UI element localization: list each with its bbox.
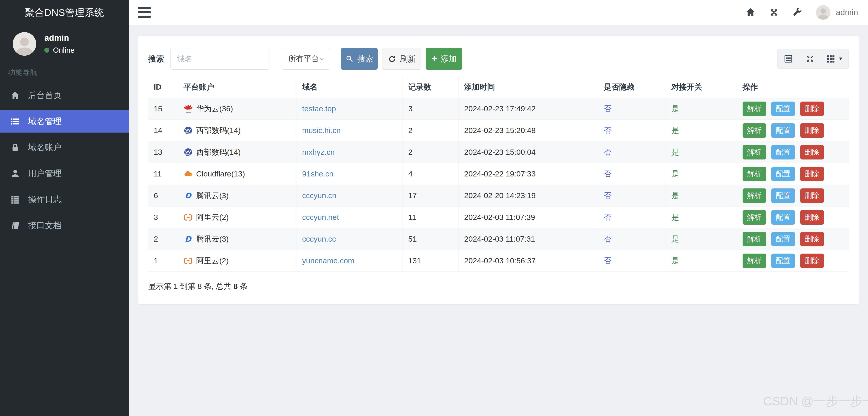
add-button[interactable]: + 添加 xyxy=(426,48,462,70)
cell-domain: 91she.cn xyxy=(297,163,403,185)
hidden-toggle-link[interactable]: 否 xyxy=(604,169,612,178)
switch-toggle-link[interactable]: 是 xyxy=(671,256,679,265)
cell-added-time: 2024-02-23 15:00:04 xyxy=(459,141,598,163)
delete-button[interactable]: 删除 xyxy=(800,210,824,224)
switch-toggle-link[interactable]: 是 xyxy=(671,104,679,113)
domain-link[interactable]: cccyun.net xyxy=(302,213,339,221)
search-button[interactable]: 搜索 xyxy=(341,48,378,70)
user-name: admin xyxy=(44,33,74,43)
sidebar-item-accounts[interactable]: 域名账户 xyxy=(0,136,129,159)
hidden-toggle-link[interactable]: 否 xyxy=(604,126,612,135)
domain-link[interactable]: mxhyz.cn xyxy=(302,148,335,156)
sidebar-item-domains[interactable]: 域名管理 xyxy=(0,110,129,133)
cell-platform: Cloudflare(13) xyxy=(178,163,297,185)
hidden-toggle-link[interactable]: 否 xyxy=(604,256,612,265)
sidebar-item-dashboard[interactable]: 后台首页 xyxy=(0,84,129,107)
cell-hidden: 否 xyxy=(598,228,665,250)
platform-label: 腾讯云(3) xyxy=(196,234,229,244)
config-button[interactable]: 配置 xyxy=(771,102,795,116)
app-title: 聚合DNS管理系统 xyxy=(0,0,129,25)
domain-link[interactable]: testae.top xyxy=(302,104,336,113)
fullscreen-table-button[interactable] xyxy=(799,49,821,69)
col-switch: 对接开关 xyxy=(666,76,737,98)
chevron-down-icon xyxy=(319,56,325,62)
sidebar-item-users[interactable]: 用户管理 xyxy=(0,162,129,184)
hidden-toggle-link[interactable]: 否 xyxy=(604,148,612,156)
cell-domain: cccyun.cc xyxy=(297,228,403,250)
config-button[interactable]: 配置 xyxy=(771,145,795,160)
delete-button[interactable]: 删除 xyxy=(800,145,824,160)
hidden-toggle-link[interactable]: 否 xyxy=(604,104,612,113)
col-added: 添加时间 xyxy=(459,76,598,98)
delete-button[interactable]: 删除 xyxy=(800,188,824,203)
domain-link[interactable]: yuncname.com xyxy=(302,256,354,265)
sidebar-item-logs[interactable]: 操作日志 xyxy=(0,188,129,211)
col-domain: 域名 xyxy=(297,76,403,98)
table-row: 14 西部数码(14) music.hi.cn 2 2024-02-23 15:… xyxy=(148,120,849,141)
resolve-button[interactable]: 解析 xyxy=(743,145,766,160)
detail-view-button[interactable] xyxy=(777,49,799,69)
cell-platform: 西部数码(14) xyxy=(178,141,297,163)
config-button[interactable]: 配置 xyxy=(771,167,795,181)
hidden-toggle-link[interactable]: 否 xyxy=(604,235,612,243)
config-button[interactable]: 配置 xyxy=(771,253,795,268)
refresh-icon xyxy=(388,55,396,63)
config-button[interactable]: 配置 xyxy=(771,232,795,246)
switch-toggle-link[interactable]: 是 xyxy=(671,148,679,156)
delete-button[interactable]: 删除 xyxy=(800,253,824,268)
cell-id: 6 xyxy=(148,185,178,207)
topbar-user-name: admin xyxy=(836,8,858,17)
cell-records: 2 xyxy=(403,141,459,163)
domain-link[interactable]: cccyun.cc xyxy=(302,235,336,243)
config-button[interactable]: 配置 xyxy=(771,210,795,224)
user-status-label: Online xyxy=(53,46,74,55)
switch-toggle-link[interactable]: 是 xyxy=(671,191,679,200)
hidden-toggle-link[interactable]: 否 xyxy=(604,213,612,221)
pagination-summary: 显示第 1 到第 8 条, 总共 8 条 xyxy=(148,281,849,291)
search-input[interactable] xyxy=(170,48,270,70)
delete-button[interactable]: 删除 xyxy=(800,167,824,181)
west-icon xyxy=(184,126,193,135)
refresh-button[interactable]: 刷新 xyxy=(382,48,421,70)
cell-actions: 解析 配置 删除 xyxy=(737,141,849,163)
domain-link[interactable]: music.hi.cn xyxy=(302,126,341,135)
sidebar-item-label: 域名管理 xyxy=(28,116,62,127)
domains-table: ID 平台账户 域名 记录数 添加时间 是否隐藏 对接开关 操作 15 华为云(… xyxy=(148,76,849,272)
cell-added-time: 2024-02-22 19:07:33 xyxy=(459,163,598,185)
resolve-button[interactable]: 解析 xyxy=(743,123,766,138)
cell-switch: 是 xyxy=(666,120,737,141)
resolve-button[interactable]: 解析 xyxy=(743,102,766,116)
config-button[interactable]: 配置 xyxy=(771,123,795,138)
resolve-button[interactable]: 解析 xyxy=(743,167,766,181)
user-menu[interactable]: admin xyxy=(816,5,858,20)
hidden-toggle-link[interactable]: 否 xyxy=(604,191,612,200)
columns-button[interactable]: ▼ xyxy=(821,49,849,69)
cell-added-time: 2024-02-03 11:07:39 xyxy=(459,207,598,228)
resolve-button[interactable]: 解析 xyxy=(743,232,766,246)
cell-actions: 解析 配置 删除 xyxy=(737,207,849,228)
cell-records: 2 xyxy=(403,120,459,141)
delete-button[interactable]: 删除 xyxy=(800,102,824,116)
switch-toggle-link[interactable]: 是 xyxy=(671,169,679,178)
cell-domain: mxhyz.cn xyxy=(297,141,403,163)
settings-wrench-icon[interactable] xyxy=(793,7,803,18)
switch-toggle-link[interactable]: 是 xyxy=(671,235,679,243)
resolve-button[interactable]: 解析 xyxy=(743,210,766,224)
resolve-button[interactable]: 解析 xyxy=(743,253,766,268)
delete-button[interactable]: 删除 xyxy=(800,232,824,246)
sidebar-toggle-icon[interactable] xyxy=(138,7,151,18)
config-button[interactable]: 配置 xyxy=(771,188,795,203)
switch-toggle-link[interactable]: 是 xyxy=(671,213,679,221)
platform-select[interactable]: 所有平台 xyxy=(282,48,330,70)
fullscreen-icon[interactable] xyxy=(769,7,779,18)
home-icon[interactable] xyxy=(745,7,756,18)
sidebar-item-api-docs[interactable]: 接口文档 xyxy=(0,214,129,237)
domain-link[interactable]: 91she.cn xyxy=(302,169,334,178)
delete-button[interactable]: 删除 xyxy=(800,123,824,138)
platform-label: 阿里云(2) xyxy=(196,255,229,266)
switch-toggle-link[interactable]: 是 xyxy=(671,126,679,135)
col-id: ID xyxy=(148,76,178,98)
resolve-button[interactable]: 解析 xyxy=(743,188,766,203)
cell-domain: music.hi.cn xyxy=(297,120,403,141)
domain-link[interactable]: cccyun.cn xyxy=(302,191,336,200)
